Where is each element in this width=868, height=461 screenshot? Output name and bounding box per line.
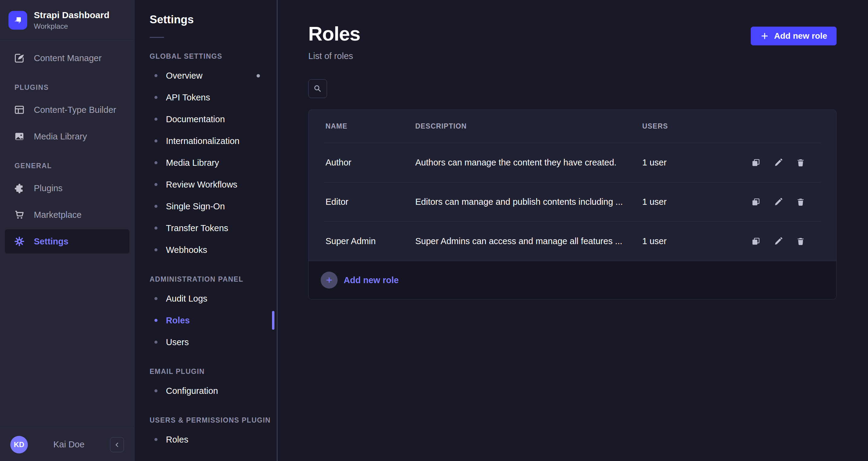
- duplicate-button[interactable]: [749, 195, 763, 209]
- main-content: Roles List of roles Add new role NAME DE…: [277, 0, 868, 461]
- role-name: Author: [326, 157, 415, 168]
- sidebar-item-content-type-builder[interactable]: Content-Type Builder: [0, 96, 134, 123]
- subnav-section-users-permissions-plugin: USERS & PERMISSIONS PLUGIN: [150, 416, 277, 424]
- media-library-icon: [13, 131, 25, 142]
- bullet-icon: [154, 74, 157, 77]
- cart-icon: [13, 209, 25, 221]
- brand-title: Strapi Dashboard: [34, 10, 110, 20]
- table-row[interactable]: Super Admin Super Admins can access and …: [309, 222, 836, 261]
- subnav-title-divider: [150, 37, 164, 38]
- bullet-icon: [154, 227, 157, 230]
- subnav-item-label: Overview: [166, 71, 203, 81]
- edit-icon: [773, 157, 783, 168]
- brand: Strapi Dashboard Workplace: [0, 0, 134, 40]
- subnav-item-documentation[interactable]: Documentation: [134, 108, 277, 130]
- sidebar-item-label: Plugins: [34, 183, 63, 193]
- add-new-role-footer-label[interactable]: Add new role: [344, 275, 399, 285]
- sidebar-item-plugins[interactable]: Plugins: [0, 175, 134, 201]
- edit-icon: [773, 197, 783, 207]
- subnav-item-media-library[interactable]: Media Library: [134, 152, 277, 174]
- user-bar: KD Kai Doe: [0, 428, 134, 461]
- delete-button[interactable]: [794, 235, 807, 248]
- subnav-item-label: Audit Logs: [166, 294, 207, 304]
- subnav-item-webhooks[interactable]: Webhooks: [134, 239, 277, 261]
- subnav-item-label: Users: [166, 337, 189, 347]
- bullet-icon: [154, 248, 157, 251]
- subnav-item-roles[interactable]: Roles: [134, 310, 277, 331]
- subnav-item-label: Internationalization: [166, 136, 239, 146]
- role-description: Editors can manage and publish contents …: [415, 197, 642, 207]
- sidebar-item-settings[interactable]: Settings: [5, 229, 129, 254]
- subnav-item-label: Webhooks: [166, 245, 207, 255]
- subnav-item-transfer-tokens[interactable]: Transfer Tokens: [134, 217, 277, 239]
- role-description: Authors can manage the content they have…: [415, 157, 642, 168]
- subnav-item-label: API Tokens: [166, 92, 210, 103]
- sidebar-item-label: Settings: [34, 236, 68, 247]
- bullet-icon: [154, 341, 157, 344]
- role-users-count: 1 user: [642, 236, 749, 246]
- table-row[interactable]: Author Authors can manage the content th…: [309, 143, 836, 182]
- subnav-section-administration-panel: ADMINISTRATION PANEL: [150, 275, 277, 283]
- page-header: Roles List of roles Add new role: [308, 22, 837, 61]
- user-name: Kai Doe: [28, 439, 110, 450]
- add-new-role-button[interactable]: Add new role: [751, 27, 837, 46]
- role-users-count: 1 user: [642, 197, 749, 207]
- table-header-row: NAME DESCRIPTION USERS: [309, 110, 836, 143]
- subnav-item-label: Roles: [166, 435, 188, 445]
- role-name: Editor: [326, 197, 415, 207]
- gear-icon: [13, 235, 25, 248]
- subnav-item-overview[interactable]: Overview: [134, 65, 277, 87]
- bullet-icon: [154, 118, 157, 121]
- page-subtitle: List of roles: [308, 51, 360, 61]
- role-users-count: 1 user: [642, 157, 749, 168]
- subnav-item-audit-logs[interactable]: Audit Logs: [134, 288, 277, 310]
- bullet-icon: [154, 438, 157, 441]
- page-title: Roles: [308, 22, 360, 45]
- sidebar-item-media-library[interactable]: Media Library: [0, 123, 134, 150]
- plus-icon: [325, 276, 333, 284]
- subnav-item-review-workflows[interactable]: Review Workflows: [134, 174, 277, 195]
- subnav-item-api-tokens[interactable]: API Tokens: [134, 87, 277, 108]
- column-header-name: NAME: [326, 122, 415, 131]
- subnav-item-configuration[interactable]: Configuration: [134, 380, 277, 402]
- delete-icon: [796, 157, 806, 168]
- subnav-title: Settings: [150, 13, 277, 26]
- sidebar-section-general: GENERAL: [14, 162, 134, 170]
- duplicate-button[interactable]: [749, 156, 763, 169]
- subnav-item-up-roles[interactable]: Roles: [134, 429, 277, 451]
- main-sidebar: Strapi Dashboard Workplace Content Manag…: [0, 0, 134, 461]
- sidebar-nav-items: Content Manager PLUGINS Content-Type Bui…: [0, 40, 134, 428]
- sidebar-item-label: Marketplace: [34, 210, 82, 220]
- strapi-logo-icon: [8, 11, 27, 30]
- bullet-icon: [154, 205, 157, 208]
- subnav-item-users[interactable]: Users: [134, 331, 277, 353]
- subnav-item-single-sign-on[interactable]: Single Sign-On: [134, 195, 277, 217]
- edit-button[interactable]: [772, 235, 785, 248]
- table-row[interactable]: Editor Editors can manage and publish co…: [309, 182, 836, 222]
- subnav-item-label: Single Sign-On: [166, 201, 225, 211]
- delete-button[interactable]: [794, 195, 807, 209]
- subnav-item-internationalization[interactable]: Internationalization: [134, 130, 277, 152]
- sidebar-item-content-manager[interactable]: Content Manager: [0, 45, 134, 71]
- add-new-role-footer-button[interactable]: [321, 271, 338, 289]
- duplicate-button[interactable]: [749, 235, 763, 248]
- duplicate-icon: [751, 197, 761, 207]
- content-manager-icon: [13, 52, 25, 64]
- roles-table: NAME DESCRIPTION USERS Author Authors ca…: [308, 110, 837, 299]
- sidebar-item-marketplace[interactable]: Marketplace: [0, 201, 134, 228]
- delete-button[interactable]: [794, 156, 807, 169]
- bullet-icon: [154, 183, 157, 186]
- column-header-description: DESCRIPTION: [415, 122, 642, 131]
- edit-button[interactable]: [772, 156, 785, 169]
- subnav-item-label: Media Library: [166, 158, 219, 168]
- search-icon: [313, 84, 322, 93]
- subnav-item-label: Transfer Tokens: [166, 223, 228, 233]
- active-indicator: [272, 311, 274, 330]
- edit-button[interactable]: [772, 195, 785, 209]
- collapse-sidebar-button[interactable]: [110, 437, 124, 452]
- duplicate-icon: [751, 236, 761, 247]
- sidebar-item-label: Content-Type Builder: [34, 105, 116, 115]
- avatar: KD: [10, 436, 28, 454]
- sidebar-item-label: Media Library: [34, 132, 87, 142]
- search-button[interactable]: [308, 79, 327, 98]
